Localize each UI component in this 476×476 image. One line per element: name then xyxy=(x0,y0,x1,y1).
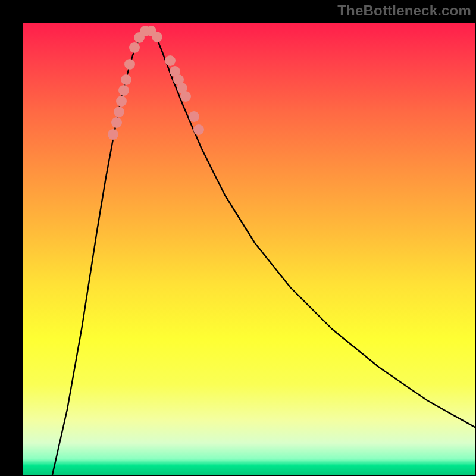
data-marker xyxy=(111,117,122,128)
data-marker xyxy=(165,55,176,66)
data-marker xyxy=(193,124,204,135)
chart-frame: TheBottleneck.com xyxy=(0,0,476,476)
watermark-label: TheBottleneck.com xyxy=(337,2,471,19)
data-marker xyxy=(108,129,118,140)
data-marker xyxy=(116,96,127,107)
data-marker xyxy=(129,42,140,53)
data-marker xyxy=(121,74,131,85)
curve-layer xyxy=(23,23,475,475)
data-marker xyxy=(189,111,199,122)
data-marker xyxy=(114,107,124,117)
data-marker xyxy=(124,59,135,70)
data-marker xyxy=(118,85,129,96)
data-marker xyxy=(180,91,191,102)
plot-area xyxy=(23,23,475,475)
bottleneck-curve xyxy=(52,30,475,475)
data-marker xyxy=(152,32,162,42)
